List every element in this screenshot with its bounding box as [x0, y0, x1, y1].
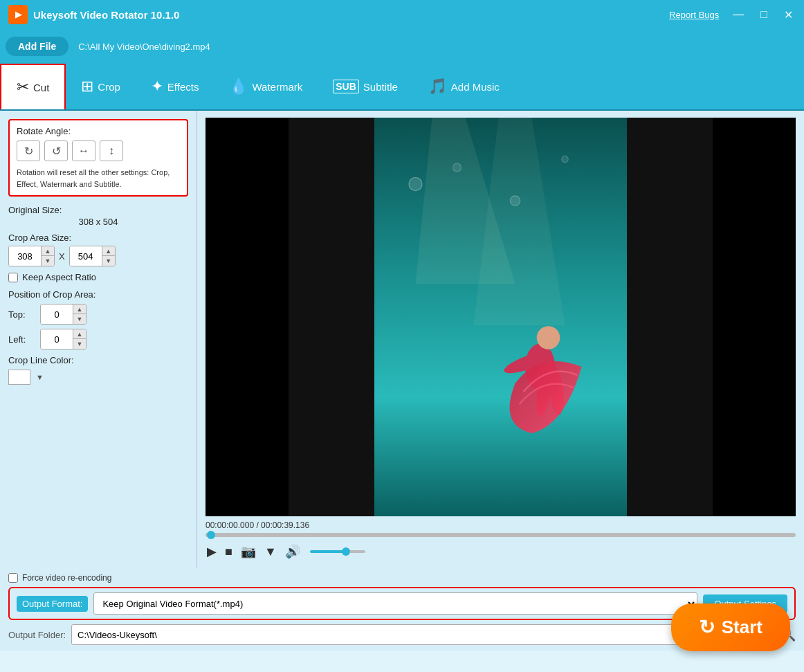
video-container [205, 118, 796, 516]
play-button[interactable]: ▶ [205, 543, 218, 561]
app-title: Ukeysoft Video Rotator 10.1.0 [33, 9, 179, 21]
original-size-label: Original Size: [8, 205, 188, 215]
svg-point-6 [562, 156, 569, 163]
subtitle-icon: SUB [333, 80, 359, 93]
output-folder-label: Output Folder: [8, 630, 66, 640]
start-label: Start [722, 617, 762, 638]
video-controls: 00:00:00.000 / 00:00:39.136 ▶ ■ 📷 ▼ 🔊 [205, 520, 796, 561]
crop-icon: ⊞ [81, 78, 93, 96]
output-format-select[interactable]: Keep Original Video Format(*.mp4) [93, 592, 697, 615]
tab-watermark[interactable]: 💧 Watermark [214, 64, 318, 109]
position-label: Position of Crop Area: [8, 289, 188, 300]
progress-bar[interactable] [205, 533, 796, 537]
tab-cut-label: Cut [33, 82, 49, 93]
volume-dot [342, 547, 350, 556]
tab-cut[interactable]: ✂ Cut [0, 64, 66, 109]
crop-height-input[interactable] [70, 246, 102, 266]
svg-point-5 [510, 196, 520, 206]
report-bugs-link[interactable]: Report Bugs [669, 10, 719, 20]
left-panel: Rotate Angle: ↻ ↺ ↔ ↕ Rotation will rese… [0, 111, 197, 567]
file-path-label: C:\All My Video\One\diving2.mp4 [78, 42, 210, 52]
tab-watermark-label: Watermark [252, 81, 302, 93]
left-spinbox: ▲ ▼ [40, 329, 86, 349]
maximize-button[interactable]: □ [758, 8, 770, 21]
volume-icon: 🔊 [284, 543, 302, 561]
rotate-angle-label: Rotate Angle: [17, 126, 180, 136]
svg-point-4 [453, 163, 462, 172]
tab-effects[interactable]: ✦ Effects [136, 64, 214, 109]
svg-point-3 [409, 177, 422, 190]
flip-horizontal-button[interactable]: ↔ [72, 140, 95, 161]
time-display: 00:00:00.000 / 00:00:39.136 [205, 520, 796, 530]
rotate-note: Rotation will reset all the other settin… [17, 167, 180, 190]
tab-add-music-label: Add Music [451, 81, 500, 93]
left-up[interactable]: ▲ [73, 329, 86, 339]
rotate-box: Rotate Angle: ↻ ↺ ↔ ↕ Rotation will rese… [8, 119, 188, 197]
top-label: Top: [8, 309, 35, 320]
left-down[interactable]: ▼ [73, 339, 86, 349]
top-down[interactable]: ▼ [73, 314, 86, 324]
top-spinbox: ▲ ▼ [40, 304, 86, 325]
crop-width-up[interactable]: ▲ [42, 246, 54, 256]
tab-crop-label: Crop [98, 81, 120, 93]
cut-icon: ✂ [17, 78, 29, 96]
tab-subtitle-label: Subtitle [363, 81, 398, 93]
app-logo: ▶ [8, 5, 28, 24]
top-up[interactable]: ▲ [73, 305, 86, 314]
original-size-value: 308 x 504 [8, 217, 188, 227]
left-label: Left: [8, 334, 35, 345]
crop-size-separator: X [59, 251, 65, 262]
tab-crop[interactable]: ⊞ Crop [66, 64, 136, 109]
output-format-label: Output Format: [17, 596, 88, 612]
flip-vertical-button[interactable]: ↕ [100, 140, 123, 161]
video-black-left [205, 118, 289, 516]
force-encode-checkbox[interactable] [8, 573, 18, 583]
keep-aspect-ratio-label: Keep Aspect Ratio [22, 272, 96, 282]
progress-dot [207, 531, 215, 539]
crop-width-input[interactable] [9, 246, 41, 266]
start-button[interactable]: ↻ Start [671, 603, 790, 651]
output-folder-input[interactable] [71, 624, 754, 645]
top-input[interactable] [41, 305, 73, 324]
start-icon: ↻ [699, 616, 715, 639]
close-button[interactable]: ✕ [781, 8, 796, 21]
svg-point-8 [537, 326, 560, 349]
add-file-button[interactable]: Add File [6, 37, 68, 56]
crop-area-size-label: Crop Area Size: [8, 233, 188, 243]
screenshot-button[interactable]: 📷 [239, 543, 257, 561]
tab-bar: ✂ Cut ⊞ Crop ✦ Effects 💧 Watermark SUB S… [0, 64, 804, 111]
force-encode-label: Force video re-encoding [22, 573, 111, 583]
video-content [374, 118, 627, 516]
tab-subtitle[interactable]: SUB Subtitle [318, 64, 413, 109]
minimize-button[interactable]: — [730, 8, 747, 21]
stop-button[interactable]: ■ [223, 543, 234, 561]
rotate-counterclockwise-button[interactable]: ↺ [44, 140, 68, 161]
rotate-clockwise-button[interactable]: ↻ [17, 140, 40, 161]
tab-add-music[interactable]: 🎵 Add Music [413, 64, 515, 109]
video-panel: 00:00:00.000 / 00:00:39.136 ▶ ■ 📷 ▼ 🔊 [197, 111, 804, 567]
add-music-icon: 🎵 [428, 78, 447, 96]
left-input[interactable] [41, 329, 73, 349]
color-dropdown-arrow[interactable]: ▼ [36, 373, 44, 381]
video-black-right [713, 118, 796, 516]
keep-aspect-ratio-checkbox[interactable] [8, 273, 18, 282]
crop-height-up[interactable]: ▲ [102, 246, 115, 256]
crop-width-spinbox: ▲ ▼ [8, 246, 55, 266]
color-swatch[interactable] [8, 370, 30, 385]
crop-height-down[interactable]: ▼ [102, 256, 115, 266]
tab-effects-label: Effects [167, 81, 199, 93]
screenshot-dropdown-button[interactable]: ▼ [263, 543, 278, 561]
crop-width-down[interactable]: ▼ [42, 256, 54, 266]
crop-height-spinbox: ▲ ▼ [69, 246, 116, 266]
watermark-icon: 💧 [229, 78, 248, 96]
volume-slider[interactable] [310, 550, 365, 553]
effects-icon: ✦ [151, 78, 163, 96]
crop-line-color-label: Crop Line Color: [8, 355, 74, 365]
